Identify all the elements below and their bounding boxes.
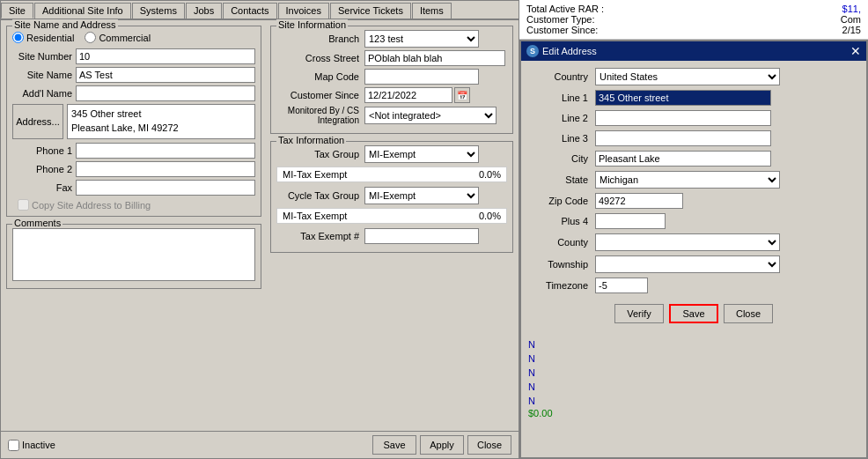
dialog-icon: S — [526, 45, 539, 57]
addl-name-input[interactable] — [76, 85, 255, 101]
dialog-title-left: S Edit Address — [526, 45, 597, 57]
dialog-close-button[interactable]: Close — [724, 304, 773, 323]
country-select[interactable]: United States — [595, 68, 780, 85]
calendar-button[interactable]: 📅 — [454, 87, 470, 103]
phone1-row: Phone 1 — [12, 143, 255, 159]
tab-jobs[interactable]: Jobs — [186, 3, 222, 19]
tax-exempt-display: MI-Tax Exempt 0.0% — [276, 167, 507, 182]
site-number-label: Site Number — [12, 51, 76, 62]
tax-group-label: Tax Group — [276, 149, 364, 159]
city-input[interactable] — [595, 151, 771, 167]
site-information-group: Site Information Branch 123 test Cross S… — [270, 26, 513, 134]
inactive-checkbox-label[interactable]: Inactive — [8, 440, 55, 451]
save-button[interactable]: Save — [372, 435, 416, 455]
line1-row: Line 1 — [532, 90, 856, 106]
verify-button[interactable]: Verify — [614, 304, 664, 323]
letter-n-2: N — [528, 352, 859, 366]
zip-input[interactable] — [595, 193, 683, 209]
line1-label: Line 1 — [532, 93, 595, 103]
timezone-input[interactable] — [595, 278, 648, 293]
monitored-select[interactable]: <Not integrated> — [364, 107, 497, 124]
residential-radio[interactable] — [12, 32, 24, 43]
cycle-tax-group-select[interactable]: MI-Exempt — [364, 187, 479, 204]
zip-row: Zip Code — [532, 193, 856, 209]
state-row: State Michigan — [532, 171, 856, 189]
addl-name-label: Add'l Name — [12, 88, 76, 99]
site-name-address-group: Site Name and Address Residential Commer… — [6, 26, 261, 217]
tab-additional-site-info[interactable]: Additional Site Info — [34, 3, 131, 19]
address-type-group: Residential Commercial — [12, 30, 255, 45]
county-select[interactable] — [595, 233, 780, 251]
branch-select[interactable]: 123 test — [364, 30, 479, 48]
residential-radio-label[interactable]: Residential — [12, 32, 74, 43]
dialog-close-x-button[interactable]: ✕ — [850, 44, 861, 58]
edit-address-dialog: S Edit Address ✕ Country United States L… — [519, 40, 868, 459]
site-number-input[interactable] — [76, 48, 255, 64]
site-information-title: Site Information — [276, 19, 348, 30]
copy-site-checkbox[interactable] — [18, 199, 29, 211]
fax-row: Fax — [12, 180, 255, 196]
map-code-row: Map Code — [276, 69, 507, 85]
comments-group: Comments — [6, 224, 261, 289]
letter-n-1: N — [528, 337, 859, 352]
close-button[interactable]: Close — [467, 435, 511, 455]
tab-service-tickets[interactable]: Service Tickets — [330, 3, 411, 19]
site-name-input[interactable] — [76, 67, 255, 83]
total-rar-row: Total Active RAR : $11, — [526, 4, 861, 14]
line2-label: Line 2 — [532, 113, 595, 123]
plus4-input[interactable] — [595, 213, 666, 229]
tab-systems[interactable]: Systems — [132, 3, 185, 19]
form-right-section: Site Information Branch 123 test Cross S… — [270, 26, 513, 426]
apply-button[interactable]: Apply — [420, 435, 464, 455]
customer-since-label: Customer Since — [276, 90, 364, 100]
form-content: Site Name and Address Residential Commer… — [1, 20, 519, 431]
map-code-input[interactable] — [364, 69, 479, 85]
plus4-label: Plus 4 — [532, 216, 595, 226]
tab-items[interactable]: Items — [412, 3, 452, 19]
cross-street-label: Cross Street — [276, 53, 364, 63]
address-button[interactable]: Address... — [12, 104, 63, 139]
tab-site[interactable]: Site — [1, 3, 33, 19]
tax-group-select[interactable]: MI-Exempt — [364, 145, 479, 163]
phone1-input[interactable] — [76, 143, 255, 159]
tax-exempt-num-label: Tax Exempt # — [276, 231, 364, 241]
form-left-section: Site Name and Address Residential Commer… — [6, 26, 261, 426]
township-select[interactable] — [595, 255, 780, 273]
cycle-tax-group-label: Cycle Tax Group — [276, 190, 364, 201]
commercial-radio-label[interactable]: Commercial — [85, 32, 151, 43]
line1-input[interactable] — [595, 90, 771, 106]
line3-input[interactable] — [595, 130, 771, 146]
tax-exempt-num-input[interactable] — [364, 228, 479, 244]
comments-textarea[interactable] — [12, 228, 255, 281]
site-name-label: Site Name — [12, 70, 76, 80]
state-select[interactable]: Michigan — [595, 171, 780, 189]
map-code-label: Map Code — [276, 71, 364, 82]
township-label: Township — [532, 259, 595, 270]
phone1-label: Phone 1 — [12, 145, 76, 156]
customer-since-input[interactable] — [364, 87, 452, 103]
dialog-save-button[interactable]: Save — [669, 304, 718, 323]
dialog-footer: Verify Save Close — [532, 300, 856, 327]
phone2-row: Phone 2 — [12, 161, 255, 177]
line2-input[interactable] — [595, 110, 771, 126]
commercial-radio[interactable] — [85, 32, 96, 43]
letters-area: N N N N N $0.00 — [521, 334, 866, 422]
phone2-input[interactable] — [76, 161, 255, 177]
tax-exempt-value: 0.0% — [479, 169, 501, 180]
line3-row: Line 3 — [532, 130, 856, 146]
site-name-row: Site Name — [12, 67, 255, 83]
inactive-checkbox[interactable] — [8, 440, 19, 451]
cycle-tax-exempt-value: 0.0% — [479, 211, 501, 221]
timezone-row: Timezone — [532, 278, 856, 293]
cross-street-input[interactable] — [364, 50, 505, 66]
address-line1: 345 Other street — [71, 107, 251, 121]
total-rar-value: $11, — [842, 4, 861, 14]
customer-since-info-value: 2/15 — [842, 25, 861, 35]
copy-site-checkbox-label[interactable]: Copy Site Address to Billing — [18, 199, 255, 211]
tab-contacts[interactable]: Contacts — [223, 3, 276, 19]
township-row: Township — [532, 255, 856, 273]
county-label: County — [532, 237, 595, 248]
tab-invoices[interactable]: Invoices — [278, 3, 329, 19]
tab-bar: Site Additional Site Info Systems Jobs C… — [1, 1, 519, 20]
fax-input[interactable] — [76, 180, 255, 196]
